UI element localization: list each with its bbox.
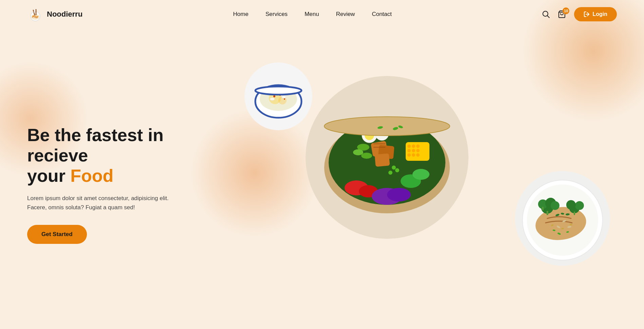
hero-title-line1: Be the fastest in recieve [27,125,164,165]
nav-item-home[interactable]: Home [233,11,249,17]
hero-description: Lorem ipsum dolor sit amet consectetur, … [27,194,170,212]
search-icon [542,11,550,18]
hero-title-orange: Food [70,166,113,186]
svg-point-35 [416,149,420,152]
svg-point-30 [407,144,411,148]
svg-point-37 [412,153,415,157]
food-image-main-bowl [306,76,468,239]
hero-title: Be the fastest in recieve your Food [27,125,190,186]
nav-links: Home Services Menu Review Contact [233,11,392,18]
svg-rect-44 [375,153,390,167]
food-image-side-plate [515,171,610,266]
login-button[interactable]: Login [574,7,617,21]
svg-rect-71 [547,211,548,215]
svg-rect-76 [574,212,575,215]
svg-point-34 [412,149,415,152]
cart-button[interactable]: 10 [558,10,566,18]
svg-point-17 [270,98,275,100]
hero-title-line2-plain: your [27,166,70,186]
svg-point-70 [551,201,559,210]
get-started-button[interactable]: Get Started [27,225,87,244]
svg-point-53 [324,117,450,136]
nav-item-services[interactable]: Services [265,11,288,17]
nav-item-menu[interactable]: Menu [305,11,319,17]
svg-point-36 [407,153,411,157]
svg-point-12 [273,95,275,97]
svg-point-38 [416,153,420,157]
svg-point-19 [255,86,301,95]
svg-point-18 [282,96,286,98]
svg-point-31 [412,144,415,148]
navbar: Noodierru Home Services Menu Review Cont… [0,0,644,28]
logo-link[interactable]: Noodierru [27,6,82,22]
nav-item-review[interactable]: Review [336,11,355,17]
side-plate-svg [515,171,610,266]
login-icon [584,11,590,17]
svg-point-28 [412,169,429,180]
brand-name: Noodierru [47,10,82,19]
small-bowl-svg [244,62,312,130]
svg-point-32 [416,144,420,148]
svg-point-26 [387,188,411,201]
svg-rect-72 [542,207,544,210]
svg-point-75 [566,200,576,210]
svg-point-51 [395,168,399,172]
main-bowl-svg [306,76,468,239]
hero-text: Be the fastest in recieve your Food Lore… [27,125,190,244]
cart-badge: 10 [563,7,569,14]
hero-section: Be the fastest in recieve your Food Lore… [0,28,644,320]
nav-item-contact[interactable]: Contact [372,11,392,17]
hero-images [217,49,617,320]
svg-line-5 [548,16,550,18]
logo-icon [27,6,43,22]
svg-point-50 [392,166,396,170]
svg-point-14 [284,98,285,100]
search-button[interactable] [542,11,550,18]
svg-point-52 [388,171,392,175]
svg-point-4 [543,11,548,16]
nav-right: 10 Login [542,7,617,21]
svg-point-41 [361,153,372,159]
svg-point-74 [575,201,584,210]
food-image-small-bowl [244,62,312,130]
svg-point-33 [407,149,411,152]
login-label: Login [592,11,607,17]
